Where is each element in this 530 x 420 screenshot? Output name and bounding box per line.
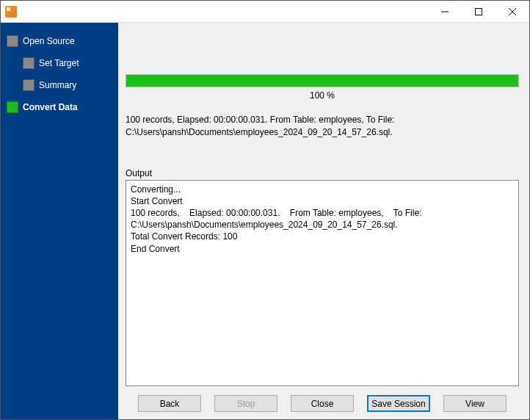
step-node-icon <box>23 57 35 69</box>
sidebar-item-summary[interactable]: Summary <box>1 74 118 96</box>
svg-rect-1 <box>476 8 482 15</box>
step-node-icon <box>7 101 18 113</box>
maximize-button[interactable] <box>462 1 495 22</box>
sidebar-item-convert-data[interactable]: Convert Data <box>1 96 118 118</box>
sidebar-item-label: Set Target <box>39 58 79 68</box>
wizard-sidebar: Open Source Set Target Summary Convert D… <box>1 23 118 419</box>
output-log[interactable]: Converting... Start Convert 100 records,… <box>126 180 519 386</box>
button-row: Back Stop Close Save Session View <box>126 386 519 412</box>
step-node-icon <box>23 79 35 91</box>
sidebar-item-label: Open Source <box>23 36 75 46</box>
main-panel: 100 % 100 records, Elapsed: 00:00:00.031… <box>118 23 529 419</box>
window-controls <box>428 1 529 22</box>
sidebar-item-label: Summary <box>39 80 76 90</box>
close-button[interactable]: Close <box>291 395 354 412</box>
save-session-button[interactable]: Save Session <box>367 395 430 412</box>
view-button[interactable]: View <box>443 395 507 412</box>
progress-bar <box>126 74 519 87</box>
step-node-icon <box>7 35 18 47</box>
conversion-summary-text: 100 records, Elapsed: 00:00:00.031. From… <box>126 114 519 139</box>
output-label: Output <box>126 168 519 178</box>
stop-button: Stop <box>214 395 277 412</box>
progress-percent-label: 100 % <box>126 90 519 101</box>
back-button[interactable]: Back <box>138 395 201 412</box>
sidebar-item-set-target[interactable]: Set Target <box>1 52 118 74</box>
sidebar-item-open-source[interactable]: Open Source <box>1 30 118 52</box>
progress-fill <box>126 75 518 87</box>
sidebar-item-label: Convert Data <box>23 102 78 112</box>
close-window-button[interactable] <box>495 1 529 22</box>
titlebar <box>1 1 529 23</box>
app-icon <box>5 6 17 18</box>
minimize-button[interactable] <box>428 1 462 22</box>
